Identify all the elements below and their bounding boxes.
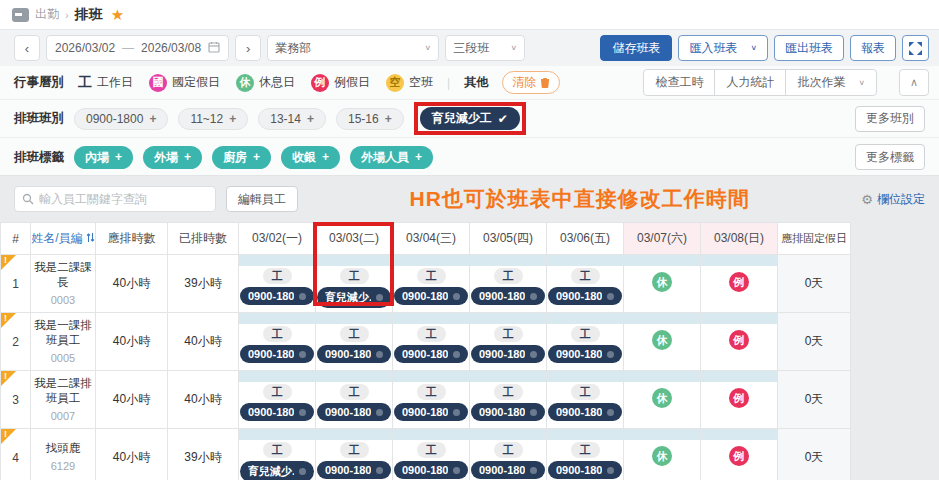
shift-pill[interactable]: 0900-1800: [317, 461, 391, 479]
date-end[interactable]: 2026/03/08: [141, 41, 201, 55]
pill-handle-dot: [530, 467, 537, 474]
shift-pill-label: 0900-1800: [556, 290, 602, 302]
date-start[interactable]: 2026/03/02: [55, 41, 115, 55]
shift-pill-label: 0900-1800: [479, 406, 525, 418]
workday-badge: 工: [494, 268, 523, 284]
tag-chip[interactable]: 廚房+: [212, 146, 271, 169]
schedule-cell[interactable]: 工0900-1800: [547, 313, 624, 371]
shift-pill[interactable]: 育兒減少...: [240, 461, 314, 480]
column-settings-link[interactable]: ⚙ 欄位設定: [861, 191, 925, 208]
check-hours-button[interactable]: 檢查工時: [643, 69, 715, 96]
report-button[interactable]: 報表: [850, 35, 896, 61]
edit-employee-button[interactable]: 編輯員工: [226, 186, 298, 212]
schedule-cell[interactable]: 休: [624, 255, 701, 313]
shift-type-chip[interactable]: 0900-1800+: [74, 108, 168, 130]
export-schedule-button[interactable]: 匯出班表: [774, 35, 844, 61]
schedule-cell-body: 工育兒減少...: [239, 440, 315, 480]
shift-pill[interactable]: 0900-1800: [548, 345, 622, 363]
schedule-cell[interactable]: 例: [701, 371, 778, 429]
schedule-cell[interactable]: 工0900-1800: [547, 371, 624, 429]
shift-pill[interactable]: 0900-1800: [317, 403, 391, 421]
schedule-cell[interactable]: 休: [624, 371, 701, 429]
schedule-cell[interactable]: 工育兒減少...: [316, 255, 393, 313]
shift-type-chip[interactable]: 13-14+: [258, 108, 326, 130]
tag-chip[interactable]: 外場人員+: [350, 146, 433, 169]
shift-pill[interactable]: 0900-1800: [317, 345, 391, 363]
shift-pill[interactable]: 0900-1800: [394, 287, 468, 305]
department-select[interactable]: 業務部 ∨: [267, 35, 439, 61]
schedule-cell[interactable]: 工0900-1800: [470, 371, 547, 429]
schedule-cell[interactable]: 工0900-1800: [239, 313, 316, 371]
check-icon: ✔: [498, 112, 508, 126]
breadcrumb-separator: ›: [65, 9, 69, 21]
favorite-star-icon[interactable]: ★: [111, 6, 124, 24]
schedule-cell[interactable]: 工0900-1800: [547, 255, 624, 313]
shift-pill[interactable]: 育兒減少...: [317, 287, 391, 308]
tag-chip[interactable]: 外場+: [143, 146, 202, 169]
dropzone-strip: [624, 371, 700, 382]
schedule-cell-body: 工0900-1800: [239, 382, 315, 421]
shift-pill[interactable]: 0900-1800: [548, 287, 622, 305]
schedule-cell[interactable]: 工0900-1800: [470, 255, 547, 313]
schedule-cell[interactable]: 工0900-1800: [393, 313, 470, 371]
manpower-stats-button[interactable]: 人力統計: [714, 69, 786, 96]
batch-actions-button[interactable]: 批次作業∨: [785, 69, 877, 96]
schedule-cell[interactable]: 休: [624, 313, 701, 371]
employee-name: 找頭鹿: [33, 441, 93, 457]
schedule-cell[interactable]: 工0900-1800: [239, 371, 316, 429]
more-shift-types-button[interactable]: 更多班別: [855, 106, 925, 132]
shift-pill[interactable]: 0900-1800: [240, 403, 314, 421]
schedule-cell[interactable]: 休: [624, 429, 701, 480]
breadcrumb-section[interactable]: 出勤: [35, 6, 59, 23]
alert-mark: !: [4, 371, 7, 381]
shift-pill[interactable]: 0900-1800: [548, 461, 622, 479]
fullscreen-button[interactable]: [902, 35, 929, 61]
schedule-cell[interactable]: 工0900-1800: [316, 429, 393, 480]
tag-chip[interactable]: 收銀+: [281, 146, 340, 169]
next-week-button[interactable]: ›: [235, 35, 261, 61]
shift-pill[interactable]: 0900-1800: [394, 461, 468, 479]
schedule-cell[interactable]: 例: [701, 429, 778, 480]
schedule-cell[interactable]: 工0900-1800: [393, 371, 470, 429]
dropzone-strip: [470, 255, 546, 266]
shift-pill[interactable]: 0900-1800: [471, 403, 545, 421]
shift-pill[interactable]: 0900-1800: [394, 403, 468, 421]
schedule-cell[interactable]: 工0900-1800: [316, 313, 393, 371]
shift-pill[interactable]: 0900-1800: [240, 345, 314, 363]
import-schedule-button[interactable]: 匯入班表∨: [678, 35, 768, 61]
schedule-cell[interactable]: 例: [701, 313, 778, 371]
schedule-cell[interactable]: 例: [701, 255, 778, 313]
shift-type-chip[interactable]: 15-16+: [336, 108, 404, 130]
shift-pill[interactable]: 0900-1800: [471, 287, 545, 305]
shift-mode-select[interactable]: 三段班 ∨: [445, 35, 525, 61]
collapse-panel-button[interactable]: ∧: [899, 69, 929, 96]
shift-pill[interactable]: 0900-1800: [240, 287, 314, 305]
column-header-name[interactable]: 姓名/員編: [31, 223, 96, 255]
schedule-cell[interactable]: 工育兒減少...: [239, 429, 316, 480]
schedule-cell[interactable]: 工0900-1800: [393, 255, 470, 313]
workday-badge: 工: [494, 442, 523, 458]
shift-pill[interactable]: 0900-1800: [548, 403, 622, 421]
schedule-cell[interactable]: 工0900-1800: [547, 429, 624, 480]
clear-button[interactable]: 清除: [502, 71, 560, 94]
pill-handle-dot: [530, 409, 537, 416]
schedule-cell[interactable]: 工0900-1800: [316, 371, 393, 429]
tag-chip[interactable]: 內場+: [74, 146, 133, 169]
schedule-cell[interactable]: 工0900-1800: [393, 429, 470, 480]
dropzone-strip: [624, 313, 700, 324]
date-range-input[interactable]: 2026/03/02 — 2026/03/08: [46, 35, 229, 61]
shift-pill[interactable]: 0900-1800: [471, 461, 545, 479]
selected-shift-chip[interactable]: 育兒減少工 ✔: [420, 107, 520, 130]
employee-search-input[interactable]: [39, 192, 208, 206]
prev-week-button[interactable]: ‹: [14, 35, 40, 61]
shift-pill[interactable]: 0900-1800: [471, 345, 545, 363]
required-hours-cell: 40小時: [96, 429, 168, 480]
more-tags-button[interactable]: 更多標籤: [855, 144, 925, 170]
schedule-cell[interactable]: 工0900-1800: [239, 255, 316, 313]
sort-icon[interactable]: [86, 232, 95, 246]
shift-type-chip[interactable]: 11~12+: [178, 108, 248, 130]
schedule-cell[interactable]: 工0900-1800: [470, 429, 547, 480]
schedule-cell[interactable]: 工0900-1800: [470, 313, 547, 371]
shift-pill[interactable]: 0900-1800: [394, 345, 468, 363]
save-schedule-button[interactable]: 儲存班表: [600, 35, 672, 61]
